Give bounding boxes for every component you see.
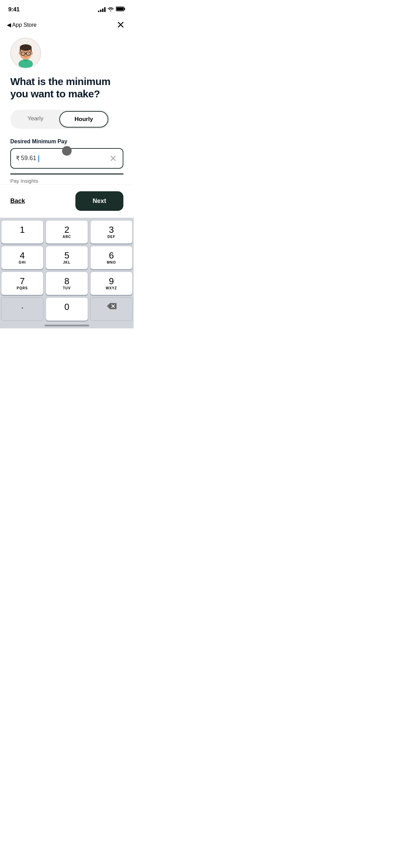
numeric-keyboard: 1 2 ABC 3 DEF 4 GHI 5 JKL 6 MNO 7 PQRS bbox=[0, 218, 134, 322]
pay-insights-label: Pay Insights bbox=[10, 178, 38, 184]
key-delete[interactable] bbox=[90, 297, 133, 321]
svg-rect-2 bbox=[117, 8, 124, 11]
battery-icon bbox=[116, 7, 125, 13]
toggle-hourly[interactable]: Hourly bbox=[59, 111, 108, 128]
avatar bbox=[10, 38, 41, 69]
svg-rect-1 bbox=[124, 8, 125, 10]
status-icons bbox=[98, 7, 125, 13]
keyboard-row-2: 4 GHI 5 JKL 6 MNO bbox=[0, 245, 134, 270]
currency-symbol: ₹ bbox=[16, 155, 20, 162]
text-cursor bbox=[38, 155, 39, 162]
keyboard-row-3: 7 PQRS 8 TUV 9 WXYZ bbox=[0, 270, 134, 296]
keyboard-row-4: · 0 bbox=[0, 296, 134, 322]
pay-value-text: 59.61 bbox=[21, 155, 36, 161]
close-button[interactable] bbox=[114, 19, 127, 31]
question-title: What is the minimum you want to make? bbox=[10, 75, 123, 100]
key-8[interactable]: 8 TUV bbox=[46, 272, 88, 295]
drag-handle[interactable] bbox=[62, 146, 72, 156]
back-button[interactable]: Back bbox=[10, 197, 25, 205]
nav-bar: ◀ App Store bbox=[0, 17, 134, 34]
svg-point-9 bbox=[20, 44, 32, 51]
pay-input-wrapper[interactable]: ₹ 59.61 bbox=[10, 148, 123, 169]
key-3[interactable]: 3 DEF bbox=[90, 220, 133, 244]
wifi-icon bbox=[108, 7, 114, 13]
key-dot[interactable]: · bbox=[1, 297, 44, 321]
pay-period-toggle[interactable]: Yearly Hourly bbox=[10, 110, 110, 129]
action-bar: Back Next bbox=[0, 184, 134, 218]
status-bar: 9:41 bbox=[0, 0, 134, 17]
key-9[interactable]: 9 WXYZ bbox=[90, 272, 133, 295]
svg-point-18 bbox=[28, 53, 29, 54]
app-store-back[interactable]: ◀ App Store bbox=[7, 22, 37, 28]
home-indicator bbox=[0, 322, 134, 328]
key-4[interactable]: 4 GHI bbox=[1, 246, 44, 269]
svg-point-20 bbox=[31, 51, 33, 55]
main-content: What is the minimum you want to make? Ye… bbox=[0, 34, 134, 184]
key-0[interactable]: 0 bbox=[46, 297, 88, 321]
back-nav-label: ◀ App Store bbox=[7, 22, 37, 28]
clear-input-button[interactable] bbox=[108, 154, 118, 163]
next-button[interactable]: Next bbox=[75, 191, 123, 211]
svg-point-19 bbox=[19, 51, 21, 55]
keyboard-row-1: 1 2 ABC 3 DEF bbox=[0, 219, 134, 245]
pay-insights-row: Pay Insights bbox=[10, 173, 123, 184]
signal-icon bbox=[98, 7, 106, 12]
svg-rect-11 bbox=[31, 48, 32, 52]
key-6[interactable]: 6 MNO bbox=[90, 246, 133, 269]
key-7[interactable]: 7 PQRS bbox=[1, 272, 44, 295]
toggle-yearly[interactable]: Yearly bbox=[12, 111, 59, 128]
key-2[interactable]: 2 ABC bbox=[46, 220, 88, 244]
home-bar bbox=[45, 325, 89, 326]
input-label: Desired Minimum Pay bbox=[10, 138, 123, 145]
svg-point-17 bbox=[23, 53, 24, 54]
svg-rect-10 bbox=[20, 48, 21, 52]
pay-input-value: 59.61 bbox=[21, 155, 108, 162]
key-1[interactable]: 1 bbox=[1, 220, 44, 244]
status-time: 9:41 bbox=[8, 6, 20, 13]
key-5[interactable]: 5 JKL bbox=[46, 246, 88, 269]
